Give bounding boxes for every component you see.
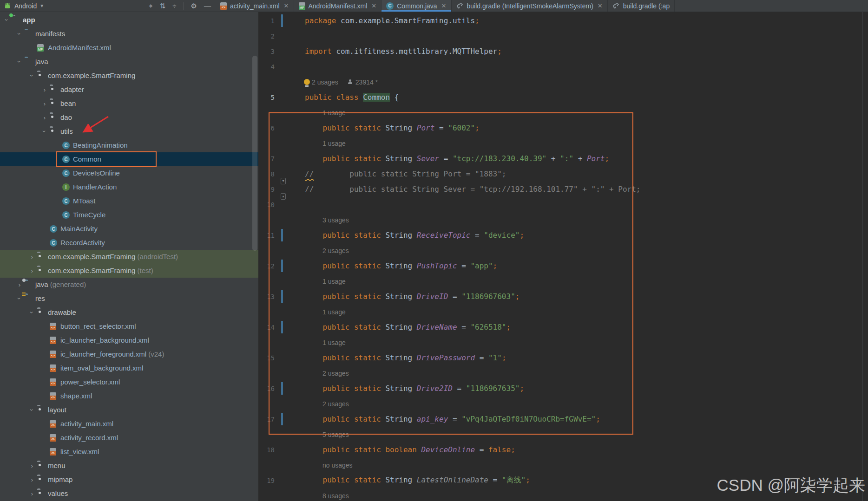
code-line-content[interactable]: public static String ReceiveTopic = "dev… — [288, 231, 868, 240]
chevron-expanded-icon[interactable]: › — [13, 295, 26, 302]
close-icon[interactable]: ✕ — [284, 2, 289, 9]
tree-item-values[interactable]: ›values — [0, 487, 258, 501]
tree-item-handleraction[interactable]: IHandlerAction — [0, 180, 258, 194]
code-line-content[interactable]: // public static String Port = "1883"; — [288, 169, 868, 178]
close-icon[interactable]: ✕ — [441, 2, 447, 9]
author-hint-text[interactable]: 23914 * — [355, 78, 378, 86]
code-line-content[interactable]: public static String DriveID = "11869676… — [288, 292, 868, 301]
usages-hint-text[interactable]: 1 usage — [322, 109, 346, 117]
tree-item-java[interactable]: ›java (generated) — [0, 278, 258, 292]
tab-common-java[interactable]: CCommon.java✕ — [381, 0, 451, 12]
tree-item-utils[interactable]: ›utils — [0, 124, 258, 138]
chevron-collapsed-icon[interactable]: › — [41, 97, 48, 111]
code-line-content[interactable]: public class Common { — [288, 93, 868, 102]
tree-item-menu[interactable]: ›menu — [0, 459, 258, 473]
usages-hint-text[interactable]: 2 usages — [322, 400, 349, 408]
tree-item-beatinganimation[interactable]: CBeatingAnimation — [0, 138, 258, 152]
tree-item-power-selector-xml[interactable]: power_selector.xml — [0, 375, 258, 389]
tree-item-recordactivity[interactable]: CRecordActivity — [0, 236, 258, 250]
usages-hint-text[interactable]: 1 usage — [322, 339, 346, 346]
settings-gear-icon[interactable]: ⚙ — [191, 0, 197, 12]
chevron-collapsed-icon[interactable]: › — [41, 111, 48, 124]
tree-item-mipmap[interactable]: ›mipmap — [0, 473, 258, 487]
hide-panel-icon[interactable]: — — [204, 0, 211, 12]
chevron-collapsed-icon[interactable]: › — [29, 250, 35, 264]
usages-hint-text[interactable]: 2 usages — [312, 78, 338, 86]
code-line-content[interactable]: public static String api_key = "vPq4JaQT… — [288, 415, 868, 423]
code-line-8: 8▾// public static String Port = "1883"; — [258, 166, 868, 182]
tree-item-com-example-smartframing[interactable]: ›com.example.SmartFraming (test) — [0, 264, 258, 278]
tree-item-dao[interactable]: ›dao — [0, 111, 258, 124]
tree-item-manifests[interactable]: ›manifests — [0, 27, 258, 41]
usages-hint-text[interactable]: 8 usages — [322, 492, 349, 500]
editor-scrollbar-track[interactable] — [862, 12, 863, 501]
usages-hint-text[interactable]: 2 usages — [322, 247, 349, 254]
close-icon[interactable]: ✕ — [598, 2, 603, 9]
tab-build-gradle-intelligentsmokealarmsystem[interactable]: build.gradle (IntelligentSmokeAlarmSyste… — [452, 0, 608, 12]
tree-item-activity-record-xml[interactable]: activity_record.xml — [0, 431, 258, 445]
tree-item-ic-launcher-background-xml[interactable]: ic_launcher_background.xml — [0, 333, 258, 347]
tree-item-activity-main-xml[interactable]: activity_main.xml — [0, 417, 258, 431]
usages-hint-text[interactable]: 2 usages — [322, 370, 349, 377]
project-view-selector[interactable]: Android — [14, 2, 37, 10]
tree-item-layout[interactable]: ›layout — [0, 403, 258, 417]
chevron-collapsed-icon[interactable]: › — [16, 278, 23, 292]
chevron-expanded-icon[interactable]: › — [0, 17, 14, 23]
chevron-expanded-icon[interactable]: › — [25, 72, 39, 79]
chevron-expanded-icon[interactable]: › — [25, 407, 39, 413]
tree-item-adapter[interactable]: ›adapter — [0, 83, 258, 97]
intention-bulb-icon[interactable] — [304, 79, 310, 85]
tree-item-deviceisonline[interactable]: CDeviceIsOnline — [0, 166, 258, 180]
chevron-collapsed-icon[interactable]: › — [29, 473, 35, 487]
code-line-content[interactable]: import com.itfitness.mqttlibrary.MQTTHel… — [288, 47, 868, 56]
code-line-content[interactable]: public static String DriveName = "626518… — [288, 323, 868, 332]
chevron-collapsed-icon[interactable]: › — [29, 487, 35, 501]
close-icon[interactable]: ✕ — [371, 2, 376, 9]
code-line-content[interactable]: public static boolean DeviceOnline = fal… — [288, 445, 868, 454]
project-tree-scrollbar[interactable] — [252, 56, 257, 251]
code-line-content[interactable]: public static String Port = "6002"; — [288, 124, 868, 132]
chevron-collapsed-icon[interactable]: › — [41, 83, 48, 97]
chevron-collapsed-icon[interactable]: › — [29, 264, 35, 278]
expand-all-icon[interactable]: ⇅ — [160, 0, 166, 12]
tree-item-com-example-smartframing[interactable]: ›com.example.SmartFraming — [0, 69, 258, 83]
tree-item-list-view-xml[interactable]: list_view.xml — [0, 445, 258, 459]
code-line-content[interactable]: public static String Sever = "tcp://183.… — [288, 154, 868, 163]
tab-activity-main-xml[interactable]: activity_main.xml✕ — [216, 0, 294, 12]
tree-item-drawable[interactable]: ›drawable — [0, 306, 258, 319]
tree-item-timecycle[interactable]: CTimeCycle — [0, 208, 258, 222]
code-line-content[interactable]: public static String PushTopic = "app"; — [288, 261, 868, 270]
chevron-expanded-icon[interactable]: › — [25, 309, 39, 316]
tree-item-common[interactable]: CCommon — [0, 152, 258, 166]
tree-item-mtoast[interactable]: CMToast — [0, 194, 258, 208]
collapse-all-icon[interactable]: ÷ — [172, 0, 176, 12]
tree-item-item-oval-background-xml[interactable]: item_oval_background.xml — [0, 361, 258, 375]
usages-hint-text[interactable]: 1 usage — [322, 278, 346, 285]
tree-item-bean[interactable]: ›bean — [0, 97, 258, 111]
tree-item-mainactivity[interactable]: CMainActivity — [0, 222, 258, 236]
usages-hint-text[interactable]: 1 usage — [322, 308, 346, 316]
code-line-content[interactable]: // public static String Sever = "tcp://1… — [288, 185, 868, 194]
locate-icon[interactable]: ⌖ — [149, 0, 152, 12]
code-line-content[interactable]: public static String DrivePassword = "1"… — [288, 353, 868, 362]
tree-item-shape-xml[interactable]: shape.xml — [0, 389, 258, 403]
usages-hint-text[interactable]: 5 usages — [322, 431, 349, 438]
tree-item-java[interactable]: ›java — [0, 55, 258, 69]
usages-hint-text[interactable]: no usages — [322, 462, 353, 469]
tree-item-androidmanifest-xml[interactable]: AndroidManifest.xml — [0, 41, 258, 55]
chevron-collapsed-icon[interactable]: › — [29, 459, 35, 473]
tab-build-gradle-ap[interactable]: build.gradle (:ap — [608, 0, 675, 12]
usages-hint-text[interactable]: 1 usage — [322, 140, 346, 147]
tree-item-com-example-smartframing[interactable]: ›com.example.SmartFraming (androidTest) — [0, 250, 258, 264]
tree-item-button-rect-selector-xml[interactable]: button_rect_selector.xml — [0, 319, 258, 333]
chevron-expanded-icon[interactable]: › — [13, 31, 26, 37]
tree-item-app[interactable]: ›app — [0, 13, 258, 27]
tree-item-ic-launcher-foreground-xml[interactable]: ic_launcher_foreground.xml (v24) — [0, 347, 258, 361]
chevron-expanded-icon[interactable]: › — [38, 128, 52, 135]
tree-item-res[interactable]: ›res — [0, 292, 258, 306]
code-line-content[interactable]: public static String Drive2ID = "1186967… — [288, 384, 868, 393]
chevron-expanded-icon[interactable]: › — [13, 59, 26, 65]
usages-hint-text[interactable]: 3 usages — [322, 216, 349, 224]
code-line-content[interactable]: package com.example.SmartFraming.utils; — [288, 16, 868, 25]
tab-androidmanifest-xml[interactable]: AndroidManifest.xml✕ — [294, 0, 382, 12]
